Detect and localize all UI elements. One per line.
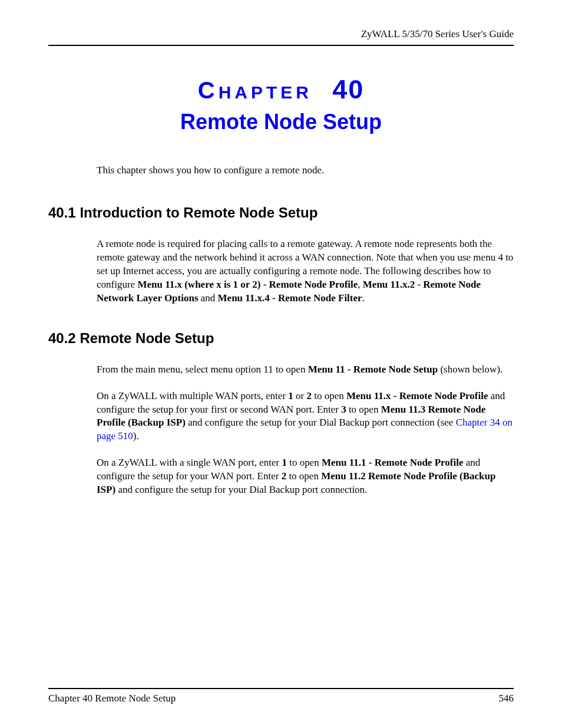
text: , bbox=[358, 279, 363, 290]
bold-text: Menu 11.x - Remote Node Profile bbox=[346, 390, 488, 401]
section-40-1-heading: 40.1 Introduction to Remote Node Setup bbox=[48, 205, 514, 221]
chapter-number: 40 bbox=[332, 74, 364, 104]
text: From the main menu, select menu option 1… bbox=[97, 364, 308, 375]
bold-text: 2 bbox=[306, 390, 312, 401]
header-divider bbox=[48, 45, 514, 46]
chapter-title: Remote Node Setup bbox=[48, 110, 514, 134]
intro-paragraph: This chapter shows you how to configure … bbox=[97, 164, 514, 177]
bold-text: Menu 11.1 - Remote Node Profile bbox=[322, 457, 463, 468]
header-guide-title: ZyWALL 5/35/70 Series User's Guide bbox=[48, 28, 514, 40]
bold-text: Menu 11.x (where x is 1 or 2) - Remote N… bbox=[137, 279, 358, 290]
text: to open bbox=[346, 404, 381, 415]
bold-text: 2 bbox=[282, 470, 287, 482]
chapter-label-c: C bbox=[198, 77, 219, 103]
chapter-label-rest: HAPTER bbox=[219, 83, 312, 102]
bold-text: Menu 11.x.4 - Remote Node Filter bbox=[218, 292, 362, 304]
chapter-label: CHAPTER 40 bbox=[48, 74, 514, 105]
text: and configure the setup for your Dial Ba… bbox=[186, 417, 456, 428]
footer-chapter-label: Chapter 40 Remote Node Setup bbox=[48, 693, 176, 704]
text: On a ZyWALL with a single WAN port, ente… bbox=[97, 457, 282, 468]
text: ). bbox=[133, 430, 139, 442]
bold-text: 1 bbox=[288, 390, 293, 401]
text: . bbox=[362, 292, 365, 304]
text: to open bbox=[312, 390, 346, 401]
text: and configure the setup for your Dial Ba… bbox=[115, 484, 367, 495]
page-number: 546 bbox=[499, 693, 514, 704]
section-40-2-paragraph-1: From the main menu, select menu option 1… bbox=[97, 363, 514, 377]
section-40-1-paragraph: A remote node is required for placing ca… bbox=[97, 238, 514, 305]
footer-divider bbox=[48, 688, 514, 689]
bold-text: 1 bbox=[282, 457, 287, 468]
bold-text: Menu 11 - Remote Node Setup bbox=[308, 364, 438, 375]
text: to open bbox=[287, 457, 322, 468]
text: and bbox=[199, 292, 218, 304]
text: (shown below). bbox=[438, 364, 503, 375]
bold-text: 3 bbox=[341, 404, 346, 415]
section-40-2-paragraph-3: On a ZyWALL with a single WAN port, ente… bbox=[97, 456, 514, 497]
section-40-2-heading: 40.2 Remote Node Setup bbox=[48, 330, 514, 347]
text: to open bbox=[286, 470, 321, 482]
section-40-2-paragraph-2: On a ZyWALL with multiple WAN ports, ent… bbox=[97, 390, 514, 444]
page-footer: Chapter 40 Remote Node Setup 546 bbox=[48, 688, 514, 704]
text: or bbox=[293, 390, 307, 401]
text: On a ZyWALL with multiple WAN ports, ent… bbox=[97, 390, 288, 401]
